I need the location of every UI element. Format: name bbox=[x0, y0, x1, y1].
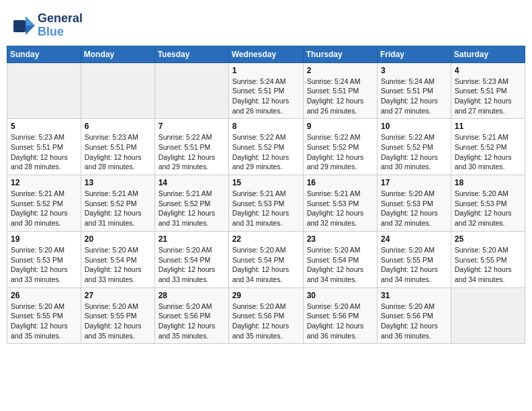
calendar-cell: 25Sunrise: 5:20 AMSunset: 5:55 PMDayligh… bbox=[451, 231, 525, 287]
calendar-cell: 21Sunrise: 5:20 AMSunset: 5:54 PMDayligh… bbox=[154, 231, 228, 287]
day-number: 16 bbox=[307, 178, 373, 187]
day-number: 31 bbox=[381, 291, 447, 300]
calendar-cell: 15Sunrise: 5:21 AMSunset: 5:53 PMDayligh… bbox=[228, 175, 303, 232]
day-number: 30 bbox=[307, 291, 373, 300]
day-number: 14 bbox=[159, 178, 225, 187]
day-info: Sunrise: 5:23 AMSunset: 5:51 PMDaylight:… bbox=[11, 132, 77, 172]
day-number: 23 bbox=[307, 234, 373, 244]
weekday-header-monday: Monday bbox=[81, 46, 154, 62]
day-info: Sunrise: 5:23 AMSunset: 5:51 PMDaylight:… bbox=[85, 132, 151, 172]
calendar-cell: 18Sunrise: 5:20 AMSunset: 5:53 PMDayligh… bbox=[451, 175, 525, 232]
calendar-cell: 8Sunrise: 5:22 AMSunset: 5:52 PMDaylight… bbox=[228, 119, 303, 175]
day-info: Sunrise: 5:24 AMSunset: 5:51 PMDaylight:… bbox=[307, 77, 373, 116]
day-number: 1 bbox=[232, 66, 300, 75]
day-number: 22 bbox=[232, 234, 300, 244]
calendar-cell bbox=[81, 62, 154, 119]
calendar-cell: 4Sunrise: 5:23 AMSunset: 5:51 PMDaylight… bbox=[451, 62, 525, 119]
day-info: Sunrise: 5:20 AMSunset: 5:54 PMDaylight:… bbox=[232, 245, 300, 285]
calendar-cell: 16Sunrise: 5:21 AMSunset: 5:53 PMDayligh… bbox=[303, 175, 377, 232]
day-info: Sunrise: 5:20 AMSunset: 5:55 PMDaylight:… bbox=[85, 302, 151, 341]
day-number: 27 bbox=[85, 291, 151, 300]
weekday-header-saturday: Saturday bbox=[451, 46, 525, 62]
day-number: 12 bbox=[11, 178, 77, 187]
logo-name: GeneralBlue bbox=[38, 12, 83, 39]
day-number: 29 bbox=[232, 291, 300, 300]
day-number: 28 bbox=[159, 291, 225, 300]
calendar-cell: 6Sunrise: 5:23 AMSunset: 5:51 PMDaylight… bbox=[81, 119, 154, 175]
day-info: Sunrise: 5:20 AMSunset: 5:55 PMDaylight:… bbox=[11, 302, 77, 341]
logo: GeneralBlue bbox=[13, 12, 83, 39]
calendar-cell: 1Sunrise: 5:24 AMSunset: 5:51 PMDaylight… bbox=[228, 62, 303, 119]
calendar-cell: 26Sunrise: 5:20 AMSunset: 5:55 PMDayligh… bbox=[7, 287, 81, 344]
svg-marker-2 bbox=[26, 26, 35, 35]
day-number: 10 bbox=[381, 122, 447, 131]
calendar-cell: 30Sunrise: 5:20 AMSunset: 5:56 PMDayligh… bbox=[303, 287, 377, 344]
day-number: 15 bbox=[232, 178, 300, 187]
calendar-cell bbox=[451, 287, 525, 344]
day-number: 4 bbox=[455, 66, 521, 75]
weekday-header-sunday: Sunday bbox=[7, 46, 81, 62]
calendar-cell: 12Sunrise: 5:21 AMSunset: 5:52 PMDayligh… bbox=[7, 175, 81, 232]
calendar-week-4: 19Sunrise: 5:20 AMSunset: 5:53 PMDayligh… bbox=[7, 231, 525, 287]
calendar-cell: 14Sunrise: 5:21 AMSunset: 5:52 PMDayligh… bbox=[154, 175, 228, 232]
day-info: Sunrise: 5:20 AMSunset: 5:54 PMDaylight:… bbox=[159, 245, 225, 285]
calendar-week-3: 12Sunrise: 5:21 AMSunset: 5:52 PMDayligh… bbox=[7, 175, 525, 232]
day-info: Sunrise: 5:24 AMSunset: 5:51 PMDaylight:… bbox=[232, 77, 300, 116]
day-info: Sunrise: 5:21 AMSunset: 5:52 PMDaylight:… bbox=[455, 132, 521, 172]
day-info: Sunrise: 5:22 AMSunset: 5:52 PMDaylight:… bbox=[307, 132, 373, 172]
day-info: Sunrise: 5:20 AMSunset: 5:55 PMDaylight:… bbox=[455, 245, 521, 285]
day-info: Sunrise: 5:20 AMSunset: 5:56 PMDaylight:… bbox=[381, 302, 447, 341]
day-info: Sunrise: 5:20 AMSunset: 5:56 PMDaylight:… bbox=[159, 302, 225, 341]
day-info: Sunrise: 5:20 AMSunset: 5:56 PMDaylight:… bbox=[307, 302, 373, 341]
day-number: 2 bbox=[307, 66, 373, 75]
calendar-cell: 10Sunrise: 5:22 AMSunset: 5:52 PMDayligh… bbox=[378, 119, 451, 175]
day-number: 17 bbox=[381, 178, 447, 187]
calendar-cell: 7Sunrise: 5:22 AMSunset: 5:51 PMDaylight… bbox=[154, 119, 228, 175]
calendar-cell: 2Sunrise: 5:24 AMSunset: 5:51 PMDaylight… bbox=[303, 62, 377, 119]
day-info: Sunrise: 5:22 AMSunset: 5:52 PMDaylight:… bbox=[381, 132, 447, 172]
weekday-header-tuesday: Tuesday bbox=[154, 46, 228, 62]
calendar-cell bbox=[7, 62, 81, 119]
day-number: 3 bbox=[381, 66, 447, 75]
weekday-header-thursday: Thursday bbox=[303, 46, 377, 62]
calendar-cell: 11Sunrise: 5:21 AMSunset: 5:52 PMDayligh… bbox=[451, 119, 525, 175]
day-info: Sunrise: 5:20 AMSunset: 5:53 PMDaylight:… bbox=[381, 189, 447, 228]
calendar-cell: 20Sunrise: 5:20 AMSunset: 5:54 PMDayligh… bbox=[81, 231, 154, 287]
day-info: Sunrise: 5:20 AMSunset: 5:54 PMDaylight:… bbox=[85, 245, 151, 285]
calendar-cell: 3Sunrise: 5:24 AMSunset: 5:51 PMDaylight… bbox=[378, 62, 451, 119]
svg-rect-0 bbox=[13, 20, 26, 32]
weekday-header-wednesday: Wednesday bbox=[228, 46, 303, 62]
day-info: Sunrise: 5:20 AMSunset: 5:53 PMDaylight:… bbox=[455, 189, 521, 228]
day-number: 13 bbox=[85, 178, 151, 187]
day-info: Sunrise: 5:22 AMSunset: 5:51 PMDaylight:… bbox=[159, 132, 225, 172]
calendar-body: 1Sunrise: 5:24 AMSunset: 5:51 PMDaylight… bbox=[7, 62, 525, 344]
day-number: 26 bbox=[11, 291, 77, 300]
calendar-cell bbox=[154, 62, 228, 119]
calendar-cell: 13Sunrise: 5:21 AMSunset: 5:52 PMDayligh… bbox=[81, 175, 154, 232]
day-info: Sunrise: 5:23 AMSunset: 5:51 PMDaylight:… bbox=[455, 77, 521, 116]
day-info: Sunrise: 5:21 AMSunset: 5:52 PMDaylight:… bbox=[85, 189, 151, 228]
calendar-cell: 27Sunrise: 5:20 AMSunset: 5:55 PMDayligh… bbox=[81, 287, 154, 344]
day-number: 7 bbox=[159, 122, 225, 131]
day-info: Sunrise: 5:24 AMSunset: 5:51 PMDaylight:… bbox=[381, 77, 447, 116]
day-number: 6 bbox=[85, 122, 151, 131]
day-number: 21 bbox=[159, 234, 225, 244]
calendar-header: SundayMondayTuesdayWednesdayThursdayFrid… bbox=[7, 46, 525, 62]
calendar-cell: 29Sunrise: 5:20 AMSunset: 5:56 PMDayligh… bbox=[228, 287, 303, 344]
day-number: 20 bbox=[85, 234, 151, 244]
calendar-cell: 24Sunrise: 5:20 AMSunset: 5:55 PMDayligh… bbox=[378, 231, 451, 287]
svg-marker-1 bbox=[26, 16, 35, 26]
header: GeneralBlue bbox=[7, 7, 525, 42]
day-info: Sunrise: 5:20 AMSunset: 5:56 PMDaylight:… bbox=[232, 302, 300, 341]
day-number: 18 bbox=[455, 178, 521, 187]
calendar-week-5: 26Sunrise: 5:20 AMSunset: 5:55 PMDayligh… bbox=[7, 287, 525, 344]
day-info: Sunrise: 5:20 AMSunset: 5:55 PMDaylight:… bbox=[381, 245, 447, 285]
day-number: 24 bbox=[381, 234, 447, 244]
calendar-cell: 9Sunrise: 5:22 AMSunset: 5:52 PMDaylight… bbox=[303, 119, 377, 175]
calendar-cell: 31Sunrise: 5:20 AMSunset: 5:56 PMDayligh… bbox=[378, 287, 451, 344]
day-info: Sunrise: 5:20 AMSunset: 5:53 PMDaylight:… bbox=[11, 245, 77, 285]
day-number: 25 bbox=[455, 234, 521, 244]
day-info: Sunrise: 5:21 AMSunset: 5:53 PMDaylight:… bbox=[307, 189, 373, 228]
logo-icon bbox=[13, 16, 35, 35]
day-info: Sunrise: 5:22 AMSunset: 5:52 PMDaylight:… bbox=[232, 132, 300, 172]
